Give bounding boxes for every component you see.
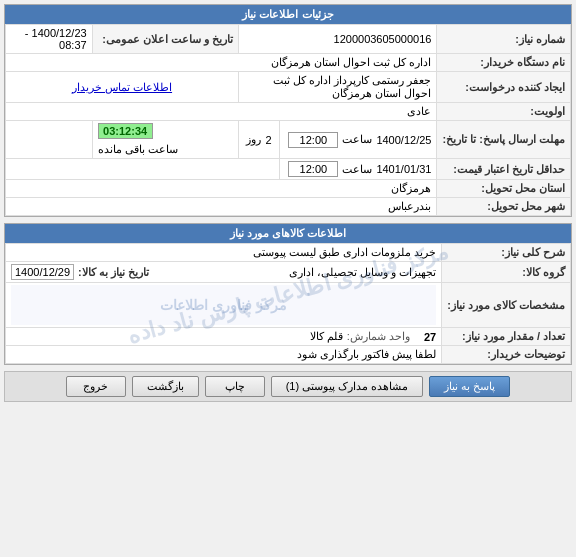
goroh-row: تجهیزات و وسایل تحصیلی، اداری تاریخ نیاز… — [6, 262, 442, 283]
jadval-label: حداقل تاریخ اعتبار قیمت: — [437, 159, 571, 180]
ostan-label: استان محل تحویل: — [437, 180, 571, 198]
jadval-tarikh-value: 1401/01/31 — [376, 163, 431, 175]
jadval-saat-value: 12:00 — [288, 161, 338, 177]
tarikh-value: 1400/12/23 - 08:37 — [6, 25, 93, 54]
watermark2: مرکز فناوری اطلاعات — [160, 297, 287, 313]
table-row: شهر محل تحویل: بندرعباس — [6, 198, 571, 216]
table-row: مشخصات کالای مورد نیاز: مرکز فناوری اطلا… — [6, 283, 571, 328]
empty-cell2 — [6, 159, 280, 180]
ijad-konande-value: جعفر رستمی کارپرداز اداره کل ثبت احوال ا… — [239, 72, 437, 103]
sharh-label: شرح کلی نیاز: — [442, 244, 571, 262]
nam-dastgah-label: نام دستگاه خریدار: — [437, 54, 571, 72]
tozih-label: توضیحات خریدار: — [442, 346, 571, 364]
bottom-buttons: پاسخ به نیاز مشاهده مدارک پیوستی (1) چاپ… — [4, 371, 572, 402]
mohlat-tarikh-value: 1400/12/25 — [376, 134, 431, 146]
shahr-label: شهر محل تحویل: — [437, 198, 571, 216]
mohlat-saat-value: 12:00 — [288, 132, 338, 148]
table-row: مهلت ارسال پاسخ: تا تاریخ: 1400/12/25 سا… — [6, 121, 571, 159]
alaviat-label: اولویت: — [437, 103, 571, 121]
jadval-tarikh-cell: 1401/01/31 ساعت 12:00 — [279, 159, 437, 180]
alaviat-value: عادی — [6, 103, 437, 121]
saeat-mande-value: 03:12:34 — [98, 123, 153, 139]
shomare-niaz-value: 1200003605000016 — [239, 25, 437, 54]
tedad-row: 27 واحد شمارش: قلم کالا — [6, 328, 442, 346]
mohlat-saat-label: ساعت — [342, 133, 372, 146]
pasokh-button[interactable]: پاسخ به نیاز — [429, 376, 510, 397]
mohlat-label: مهلت ارسال پاسخ: تا تاریخ: — [437, 121, 571, 159]
khorooj-button[interactable]: خروج — [66, 376, 126, 397]
table-row: توضیحات خریدار: لطفا پیش فاکتور بارگذاری… — [6, 346, 571, 364]
jadval-saat-label: ساعت — [342, 163, 372, 176]
section2-box: اطلاعات کالاهای مورد نیاز مرکز فناوری اط… — [4, 223, 572, 365]
ettelaat-tamas-link[interactable]: اطلاعات تماس خریدار — [6, 72, 239, 103]
table-row: گروه کالا: تجهیزات و وسایل تحصیلی، اداری… — [6, 262, 571, 283]
section1-box: جزئیات اطلاعات نیاز شماره نیاز: 12000036… — [4, 4, 572, 217]
saeat-mande-cell: 03:12:34 ساعت باقی مانده — [92, 121, 238, 159]
rooz-label: روز — [246, 133, 261, 146]
empty-cell — [6, 121, 93, 159]
moshakhasat-value: مرکز فناوری اطلاعات — [6, 283, 442, 328]
shahr-value: بندرعباس — [6, 198, 437, 216]
ijad-konande-label: ایجاد کننده درخواست: — [437, 72, 571, 103]
vahed-label: واحد شمارش: — [347, 330, 410, 343]
goroh-label: گروه کالا: — [442, 262, 571, 283]
table-row: اولویت: عادی — [6, 103, 571, 121]
tozih-value: لطفا پیش فاکتور بارگذاری شود — [6, 346, 442, 364]
rooz-value: 2 — [265, 134, 271, 146]
tarikh-niaz-label: تاریخ نیاز به کالا: — [78, 266, 149, 279]
table-row: شرح کلی نیاز: خرید ملزومات اداری طبق لیس… — [6, 244, 571, 262]
table-row: استان محل تحویل: هرمزگان — [6, 180, 571, 198]
mohlat-tarikh: 1400/12/25 ساعت 12:00 — [279, 121, 437, 159]
table-row: ایجاد کننده درخواست: جعفر رستمی کارپرداز… — [6, 72, 571, 103]
tarikh-niaz-value: 1400/12/29 — [11, 264, 74, 280]
moshahede-button[interactable]: مشاهده مدارک پیوستی (1) — [271, 376, 424, 397]
main-container: جزئیات اطلاعات نیاز شماره نیاز: 12000036… — [0, 0, 576, 406]
table-row: تعداد / مقدار مورد نیاز: 27 واحد شمارش: … — [6, 328, 571, 346]
moshakhasat-label: مشخصات کالای مورد نیاز: — [442, 283, 571, 328]
goroh-value: تجهیزات و وسایل تحصیلی، اداری — [289, 266, 436, 279]
nam-dastgah-value: اداره کل ثبت احوال استان هرمزگان — [6, 54, 437, 72]
rooz-cell: 2 روز — [239, 121, 280, 159]
table-row: نام دستگاه خریدار: اداره کل ثبت احوال اس… — [6, 54, 571, 72]
section2-title: اطلاعات کالاهای مورد نیاز — [5, 224, 571, 243]
saeat-mande-label: ساعت باقی مانده — [98, 143, 178, 156]
tedad-value: 27 — [424, 331, 436, 343]
chap-button[interactable]: چاپ — [205, 376, 265, 397]
table-row: حداقل تاریخ اعتبار قیمت: 1401/01/31 ساعت… — [6, 159, 571, 180]
ostan-value: هرمزگان — [6, 180, 437, 198]
info-table-1: شماره نیاز: 1200003605000016 تاریخ و ساع… — [5, 24, 571, 216]
section1-title: جزئیات اطلاعات نیاز — [5, 5, 571, 24]
sharh-value: خرید ملزومات اداری طبق لیست پیوستی — [6, 244, 442, 262]
bazgasht-button[interactable]: بازگشت — [132, 376, 199, 397]
table-row: شماره نیاز: 1200003605000016 تاریخ و ساع… — [6, 25, 571, 54]
shomare-niaz-label: شماره نیاز: — [437, 25, 571, 54]
info-table-2: شرح کلی نیاز: خرید ملزومات اداری طبق لیس… — [5, 243, 571, 364]
tedad-label: تعداد / مقدار مورد نیاز: — [442, 328, 571, 346]
vahed-value: قلم کالا — [310, 330, 343, 343]
tarikh-label: تاریخ و ساعت اعلان عمومی: — [92, 25, 238, 54]
